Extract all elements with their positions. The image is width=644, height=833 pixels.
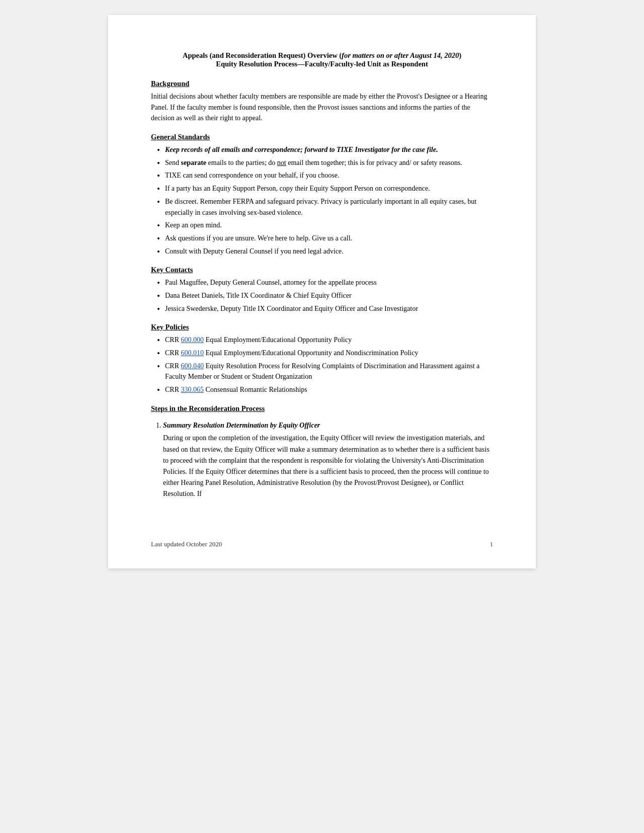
list-item: Send separate emails to the parties; do …: [165, 157, 493, 169]
list-item: Consult with Deputy General Counsel if y…: [165, 246, 493, 257]
title-line1: Appeals (and Reconsideration Request) Ov…: [151, 51, 493, 60]
crr-330065-link[interactable]: 330.065: [181, 386, 204, 393]
list-item: CRR 600.010 Equal Employment/Educational…: [165, 348, 493, 359]
list-item: TIXE can send correspondence on your beh…: [165, 170, 493, 181]
list-item: CRR 600.040 Equity Resolution Process fo…: [165, 361, 493, 382]
list-item: Keep records of all emails and correspon…: [165, 144, 493, 155]
key-contacts-list: Paul Maguffee, Deputy General Counsel, a…: [165, 277, 493, 314]
footer-right: 1: [490, 540, 494, 548]
step-1-body: During or upon the completion of the inv…: [163, 433, 493, 499]
list-item: Be discreet. Remember FERPA and safeguar…: [165, 196, 493, 218]
step-1-title: Summary Resolution Determination by Equi…: [163, 422, 320, 429]
bold-word: separate: [181, 159, 207, 166]
list-item: Jessica Swederske, Deputy Title IX Coord…: [165, 303, 493, 314]
list-item: Paul Maguffee, Deputy General Counsel, a…: [165, 277, 493, 288]
steps-list: Summary Resolution Determination by Equi…: [163, 420, 493, 499]
page-header: Appeals (and Reconsideration Request) Ov…: [151, 51, 493, 68]
general-standards-list: Keep records of all emails and correspon…: [165, 144, 493, 257]
general-standards-heading: General Standards: [151, 133, 493, 141]
background-body: Initial decisions about whether faculty …: [151, 91, 493, 124]
steps-section: Steps in the Reconsideration Process Sum…: [151, 404, 493, 499]
list-item: Dana Beteet Daniels, Title IX Coordinato…: [165, 290, 493, 301]
key-contacts-heading: Key Contacts: [151, 266, 493, 274]
list-item: Keep an open mind.: [165, 220, 493, 231]
footer-left: Last updated October 2020: [151, 540, 222, 548]
bold-italic-item: Keep records of all emails and correspon…: [165, 146, 438, 153]
key-contacts-section: Key Contacts Paul Maguffee, Deputy Gener…: [151, 266, 493, 314]
key-policies-heading: Key Policies: [151, 323, 493, 331]
background-heading: Background: [151, 79, 493, 88]
underline-word: not: [277, 159, 286, 166]
title-line2: Equity Resolution Process—Faculty/Facult…: [151, 60, 493, 68]
crr-600010-link[interactable]: 600.010: [181, 349, 204, 357]
crr-600040-link[interactable]: 600.040: [181, 362, 204, 370]
background-section: Background Initial decisions about wheth…: [151, 79, 493, 124]
general-standards-section: General Standards Keep records of all em…: [151, 133, 493, 257]
page-footer: Last updated October 2020 1: [151, 540, 493, 548]
title-italic: for matters on or after August 14, 2020: [342, 51, 459, 59]
list-item: CRR 600.000 Equal Employment/Educational…: [165, 335, 493, 346]
steps-heading: Steps in the Reconsideration Process: [151, 404, 493, 413]
document-page: Appeals (and Reconsideration Request) Ov…: [108, 15, 536, 568]
list-item: CRR 330.065 Consensual Romantic Relation…: [165, 384, 493, 395]
list-item: Ask questions if you are unsure. We're h…: [165, 233, 493, 244]
key-policies-section: Key Policies CRR 600.000 Equal Employmen…: [151, 323, 493, 395]
crr-600000-link[interactable]: 600.000: [181, 336, 204, 344]
list-item: If a party has an Equity Support Person,…: [165, 183, 493, 194]
list-item: Summary Resolution Determination by Equi…: [163, 420, 493, 499]
key-policies-list: CRR 600.000 Equal Employment/Educational…: [165, 335, 493, 395]
